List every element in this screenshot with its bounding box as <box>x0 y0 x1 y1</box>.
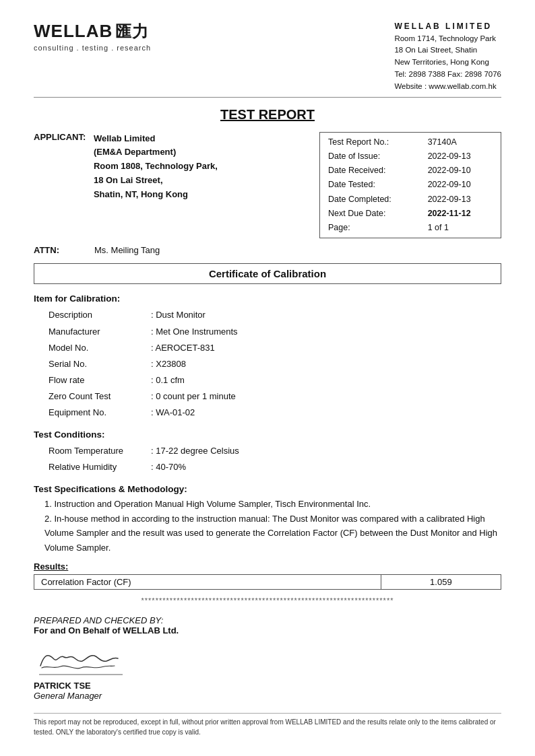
spec-item-2: 2. In-house method in according to the i… <box>44 512 501 555</box>
logo-tagline: consulting . testing . research <box>34 44 151 52</box>
signature-svg <box>34 642 128 679</box>
humidity-value: : 40-70% <box>151 460 500 475</box>
applicant-addr3: Shatin, NT, Hong Kong <box>94 188 218 202</box>
zerocount-label: Zero Count Test <box>35 389 150 404</box>
applicant-left: APPLICANT: Wellab Limited (EM&A Departme… <box>34 132 319 239</box>
spec-item-1: 1. Instruction and Operation Manual High… <box>44 497 501 511</box>
desc-label: Description <box>35 308 150 322</box>
signer-title: General Manager <box>34 691 501 701</box>
tested-label: Date Tested: <box>325 178 425 192</box>
table-row: Description : Dust Monitor <box>35 308 500 322</box>
applicant-dept: (EM&A Department) <box>94 145 218 160</box>
applicant-name: Wellab Limited <box>94 132 218 146</box>
table-row: Room Temperature : 17-22 degree Celsius <box>35 444 500 458</box>
results-label: Results: <box>34 561 501 572</box>
equipment-value: : WA-01-02 <box>151 405 500 420</box>
prepared-line2: For and On Behalf of WELLAB Ltd. <box>34 625 501 635</box>
spec-text: 1. Instruction and Operation Manual High… <box>34 497 501 555</box>
header-divider <box>34 97 501 98</box>
company-addr2: 18 On Lai Street, Shatin <box>394 44 501 57</box>
cf-label: Correlation Factor (CF) <box>34 575 381 590</box>
flowrate-label: Flow rate <box>35 373 150 388</box>
completed-label: Date Completed: <box>325 193 425 207</box>
issue-label: Date of Issue: <box>325 149 425 164</box>
report-no-value: 37140A <box>425 135 495 149</box>
applicant-label: APPLICANT: <box>34 132 86 142</box>
zerocount-value: : 0 count per 1 minute <box>151 389 500 404</box>
applicant-section: APPLICANT: Wellab Limited (EM&A Departme… <box>34 132 501 239</box>
received-label: Date Received: <box>325 164 425 178</box>
table-row: Correlation Factor (CF) 1.059 <box>34 575 501 590</box>
applicant-addr2: 18 On Lai Street, <box>94 174 218 188</box>
page-value: 1 of 1 <box>425 221 495 235</box>
due-value: 2022-11-12 <box>425 207 495 221</box>
logo-hanzi: 匯力 <box>115 22 149 40</box>
desc-value: : Dust Monitor <box>151 308 500 322</box>
signature-area: PATRICK TSE General Manager <box>34 642 501 701</box>
stars-divider: ****************************************… <box>34 596 501 605</box>
table-row: Relative Humidity : 40-70% <box>35 460 500 475</box>
conditions-header: Test Conditions: <box>34 429 501 440</box>
prepared-company: WELLAB Ltd. <box>123 625 179 635</box>
attn-row: ATTN: Ms. Meiling Tang <box>34 245 501 255</box>
serial-label: Serial No. <box>35 357 150 372</box>
table-row: Flow rate : 0.1 cfm <box>35 373 500 388</box>
cf-value: 1.059 <box>381 575 501 590</box>
mfr-label: Manufacturer <box>35 324 150 339</box>
completed-value: 2022-09-13 <box>425 193 495 207</box>
company-name: WELLAB LIMITED <box>394 20 501 33</box>
mfr-value: : Met One Instruments <box>151 324 500 339</box>
tested-value: 2022-09-10 <box>425 178 495 192</box>
temp-value: : 17-22 degree Celsius <box>151 444 500 458</box>
signer-name: PATRICK TSE <box>34 681 501 691</box>
received-value: 2022-09-10 <box>425 164 495 178</box>
conditions-table: Room Temperature : 17-22 degree Celsius … <box>34 442 501 476</box>
cert-title: Certificate of Calibration <box>34 263 501 284</box>
attn-name: Ms. Meiling Tang <box>94 245 160 255</box>
report-meta: Test Report No.: 37140A Date of Issue: 2… <box>319 132 501 239</box>
page-label: Page: <box>325 221 425 235</box>
flowrate-value: : 0.1 cfm <box>151 373 500 388</box>
item-header: Item for Calibration: <box>34 294 501 304</box>
company-info: WELLAB LIMITED Room 1714, Technology Par… <box>394 20 501 93</box>
table-row: Serial No. : X23808 <box>35 357 500 372</box>
prepared-by: PREPARED AND CHECKED BY: For and On Beha… <box>34 615 501 635</box>
company-addr3: New Territories, Hong Kong <box>394 57 501 69</box>
logo-area: WELLAB匯力 consulting . testing . research <box>34 20 151 52</box>
page-header: WELLAB匯力 consulting . testing . research… <box>34 20 501 93</box>
table-row: Zero Count Test : 0 count per 1 minute <box>35 389 500 404</box>
report-title: TEST REPORT <box>34 107 501 123</box>
due-label: Next Due Date: <box>325 207 425 221</box>
calibration-items: Description : Dust Monitor Manufacturer … <box>34 306 501 421</box>
humidity-label: Relative Humidity <box>35 460 150 475</box>
table-row: Manufacturer : Met One Instruments <box>35 324 500 339</box>
logo-wellab: WELLAB <box>34 21 113 41</box>
applicant-addr1: Room 1808, Technology Park, <box>94 160 218 174</box>
footer: This report may not be reproduced, excep… <box>34 713 501 737</box>
spec-header: Test Specifications & Methodology: <box>34 484 501 494</box>
attn-label: ATTN: <box>34 245 74 255</box>
company-tel: Tel: 2898 7388 Fax: 2898 7076 <box>394 69 501 81</box>
equipment-label: Equipment No. <box>35 405 150 420</box>
serial-value: : X23808 <box>151 357 500 372</box>
table-row: Model No. : AEROCET-831 <box>35 341 500 355</box>
table-row: Equipment No. : WA-01-02 <box>35 405 500 420</box>
results-table: Correlation Factor (CF) 1.059 <box>34 574 501 590</box>
logo: WELLAB匯力 <box>34 20 151 42</box>
prepared-line1: PREPARED AND CHECKED BY: <box>34 615 501 625</box>
prepared-prefix: For and On Behalf of <box>34 625 123 635</box>
issue-value: 2022-09-13 <box>425 149 495 164</box>
model-label: Model No. <box>35 341 150 355</box>
temp-label: Room Temperature <box>35 444 150 458</box>
report-no-label: Test Report No.: <box>325 135 425 149</box>
applicant-info: Wellab Limited (EM&A Department) Room 18… <box>94 132 218 202</box>
model-value: : AEROCET-831 <box>151 341 500 355</box>
company-web: Website : www.wellab.com.hk <box>394 81 501 93</box>
company-addr1: Room 1714, Technology Park <box>394 33 501 45</box>
